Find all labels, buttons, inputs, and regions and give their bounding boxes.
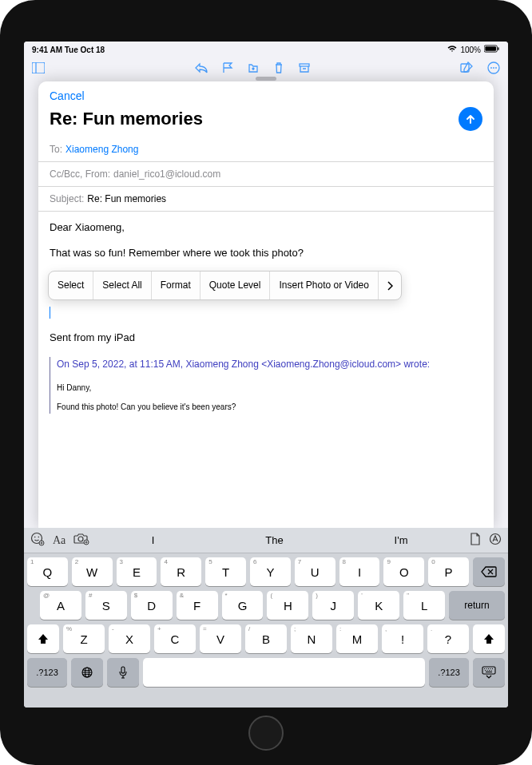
signature: Sent from my iPad <box>50 330 482 346</box>
text-format-icon[interactable]: Aa <box>53 534 66 547</box>
subject-label: Subject: <box>50 193 84 204</box>
cc-bcc-from-field[interactable]: Cc/Bcc, From: daniel_rico1@icloud.com <box>38 162 494 187</box>
shift-icon <box>482 632 495 645</box>
backspace-icon <box>481 566 497 577</box>
key-return[interactable]: return <box>449 591 505 620</box>
key-v[interactable]: =V <box>200 624 241 653</box>
key-globe[interactable] <box>71 658 103 687</box>
trash-icon <box>273 62 284 77</box>
key-y[interactable]: 6Y <box>250 557 291 586</box>
markup-icon[interactable] <box>489 533 502 549</box>
menu-more[interactable] <box>379 272 401 299</box>
suggestion-1[interactable]: I <box>145 531 161 549</box>
key-i[interactable]: 8I <box>339 557 380 586</box>
svg-point-13 <box>38 536 40 537</box>
mic-icon <box>118 666 128 679</box>
key-t[interactable]: 5T <box>205 557 246 586</box>
camera-icon[interactable] <box>73 533 89 549</box>
svg-point-9 <box>493 67 494 69</box>
scan-document-icon[interactable] <box>470 533 481 549</box>
text-cursor <box>50 307 482 319</box>
to-label: To: <box>50 144 62 155</box>
chevron-right-icon <box>387 281 393 291</box>
arrow-up-icon <box>464 113 477 125</box>
svg-point-8 <box>490 67 492 69</box>
shift-icon <box>37 632 50 645</box>
key-shift-right[interactable] <box>473 624 505 653</box>
emoji-icon[interactable] <box>30 532 45 549</box>
menu-format[interactable]: Format <box>152 272 200 299</box>
home-button[interactable] <box>248 715 284 751</box>
suggestion-3[interactable]: I'm <box>388 531 415 549</box>
globe-icon <box>81 666 93 679</box>
key-space[interactable] <box>143 658 425 687</box>
key-b[interactable]: /B <box>245 624 287 653</box>
menu-quote-level[interactable]: Quote Level <box>200 272 271 299</box>
dismiss-keyboard-icon <box>481 666 497 679</box>
subject-field[interactable]: Subject: Re: Fun memories <box>38 187 494 212</box>
sidebar-toggle-icon <box>32 62 45 77</box>
key-h[interactable]: (H <box>267 591 308 620</box>
key-a[interactable]: @A <box>40 591 81 620</box>
key-n[interactable]: ;N <box>291 624 332 653</box>
cancel-button[interactable]: Cancel <box>50 89 85 102</box>
key-p[interactable]: 0P <box>428 557 469 586</box>
key-numbers-right[interactable]: .?123 <box>429 658 469 687</box>
key-numbers-left[interactable]: .?123 <box>27 658 67 687</box>
text-context-menu: Select Select All Format Quote Level Ins… <box>48 271 402 300</box>
key-x[interactable]: -X <box>109 624 150 653</box>
quoted-email: On Sep 5, 2022, at 11:15 AM, Xiaomeng Zh… <box>50 357 482 414</box>
key-j[interactable]: )J <box>312 591 354 620</box>
key-o[interactable]: 9O <box>383 557 424 586</box>
svg-rect-2 <box>498 47 498 50</box>
key-dismiss-keyboard[interactable] <box>473 658 505 687</box>
menu-select-all[interactable]: Select All <box>93 272 151 299</box>
flag-icon <box>222 62 233 77</box>
suggestion-2[interactable]: The <box>259 531 289 549</box>
key-g[interactable]: *G <box>222 591 264 620</box>
svg-point-12 <box>34 536 36 537</box>
quote-header: On Sep 5, 2022, at 11:15 AM, Xiaomeng Zh… <box>57 357 482 372</box>
menu-select[interactable]: Select <box>49 272 93 299</box>
svg-rect-3 <box>32 62 45 73</box>
cc-value: daniel_rico1@icloud.com <box>113 168 220 180</box>
sheet-grabber[interactable] <box>256 77 276 81</box>
key-u[interactable]: 7U <box>295 557 335 586</box>
key-question[interactable]: .? <box>427 624 469 653</box>
compose-title: Re: Fun memories <box>50 109 203 129</box>
svg-rect-1 <box>485 46 496 50</box>
battery-pct: 100% <box>460 46 481 54</box>
key-backspace[interactable] <box>473 557 505 586</box>
kb-row-4: .?123 .?123 <box>27 658 505 687</box>
compose-icon <box>460 61 473 77</box>
send-button[interactable] <box>459 107 482 131</box>
menu-insert-photo[interactable]: Insert Photo or Video <box>270 272 379 299</box>
key-d[interactable]: $D <box>131 591 173 620</box>
key-q[interactable]: 1Q <box>27 557 68 586</box>
screen: 9:41 AM Tue Oct 18 100% <box>24 42 508 708</box>
to-value[interactable]: Xiaomeng Zhong <box>66 144 138 155</box>
archive-icon <box>299 62 310 77</box>
key-exclaim[interactable]: ,! <box>382 624 423 653</box>
key-l[interactable]: "L <box>403 591 445 620</box>
to-field[interactable]: To: Xiaomeng Zhong <box>38 137 494 162</box>
key-f[interactable]: &F <box>177 591 218 620</box>
key-r[interactable]: 4R <box>161 557 201 586</box>
key-z[interactable]: %Z <box>63 624 105 653</box>
svg-rect-5 <box>300 64 309 66</box>
key-m[interactable]: :M <box>336 624 378 653</box>
quote-line-1: Hi Danny, <box>57 382 482 394</box>
key-w[interactable]: 2W <box>72 557 113 586</box>
keyboard-toolbar: Aa I The I'm <box>24 528 508 553</box>
body-greeting: Dear Xiaomeng, <box>50 220 482 236</box>
svg-rect-21 <box>121 667 125 673</box>
compose-sheet: Cancel Re: Fun memories To: Xiaomeng Zho… <box>38 81 494 528</box>
key-s[interactable]: #S <box>85 591 127 620</box>
key-shift-left[interactable] <box>27 624 59 653</box>
key-dictation[interactable] <box>107 658 139 687</box>
key-e[interactable]: 3E <box>117 557 157 586</box>
keyboard: Aa I The I'm 1Q 2W 3E <box>24 528 508 708</box>
key-k[interactable]: 'K <box>358 591 399 620</box>
key-c[interactable]: +C <box>154 624 196 653</box>
email-body[interactable]: Dear Xiaomeng, That was so fun! Remember… <box>38 212 494 528</box>
